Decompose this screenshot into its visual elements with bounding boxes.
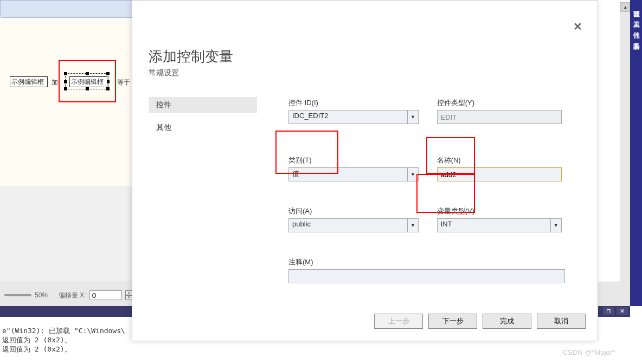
- dialog-subtitle: 常规设置: [149, 68, 179, 78]
- close-button[interactable]: ✕: [573, 20, 582, 33]
- label-access: 访问(A): [288, 206, 419, 216]
- chevron-down-icon[interactable]: ▼: [408, 110, 419, 124]
- offset-x-label: 偏移量 X:: [59, 291, 86, 300]
- edit-control-2[interactable]: 示例编辑框: [69, 76, 107, 87]
- nav-tab-control[interactable]: 控件: [149, 97, 257, 113]
- finish-button[interactable]: 完成: [483, 314, 531, 329]
- zoom-controls: 50% 偏移量 X: ▲ ▼: [0, 290, 133, 300]
- var-type-combo[interactable]: INT ▼: [437, 218, 562, 232]
- prev-button: 上一步: [374, 314, 423, 329]
- chevron-down-icon[interactable]: ▼: [551, 218, 562, 232]
- equals-label: 等于: [117, 78, 130, 87]
- tab-toolbox[interactable]: 工具箱: [630, 11, 642, 22]
- cancel-button[interactable]: 取消: [537, 314, 586, 329]
- category-value: 值: [288, 167, 408, 181]
- watermark: CSDN @*Major*: [563, 348, 615, 356]
- offset-x-input[interactable]: [89, 290, 122, 300]
- edit-control-1[interactable]: 示例编辑框: [10, 76, 48, 87]
- panel-pin-icon[interactable]: ⊓: [603, 307, 614, 315]
- zoom-slider[interactable]: [4, 294, 31, 296]
- outer-scrollbar[interactable]: ▴ ▾: [620, 2, 630, 303]
- dialog-title: 添加控制变量: [149, 47, 233, 66]
- zoom-percent: 50%: [35, 291, 48, 299]
- tab-properties[interactable]: 属性: [630, 22, 642, 32]
- add-control-variable-dialog: ✕ 添加控制变量 常规设置 控件 其他 控件 ID(I) IDC_EDIT2 ▼…: [132, 0, 598, 341]
- label-comment: 注释(M): [288, 257, 565, 267]
- access-combo[interactable]: public ▼: [288, 218, 419, 232]
- access-value: public: [288, 218, 408, 232]
- chevron-down-icon[interactable]: ▼: [408, 167, 419, 181]
- tab-diagnostics[interactable]: 诊断工具: [630, 32, 642, 43]
- comment-field[interactable]: [288, 269, 565, 283]
- chevron-down-icon[interactable]: ▼: [408, 218, 419, 232]
- scroll-up-button[interactable]: ▴: [620, 2, 630, 12]
- control-id-combo[interactable]: IDC_EDIT2 ▼: [288, 110, 419, 124]
- var-type-value: INT: [437, 218, 551, 232]
- label-var-type: 变量类型(V): [437, 206, 562, 216]
- plus-label: 加: [52, 78, 58, 87]
- name-field[interactable]: [437, 167, 562, 181]
- control-id-value: IDC_EDIT2: [288, 110, 408, 124]
- label-name: 名称(N): [437, 155, 562, 165]
- dialog-buttons: 上一步 下一步 完成 取消: [374, 314, 586, 329]
- tab-resource-manager[interactable]: 源管理器: [630, 0, 642, 11]
- control-type-field: [437, 110, 562, 124]
- console-line: 返回值为 2 (0x2)。: [2, 344, 628, 354]
- category-combo[interactable]: 值 ▼: [288, 167, 419, 181]
- dialog-nav: 控件 其他: [149, 97, 257, 136]
- label-control-type: 控件类型(Y): [437, 98, 562, 108]
- label-category: 类别(T): [288, 155, 419, 165]
- nav-tab-other[interactable]: 其他: [149, 120, 257, 136]
- side-panel-strip: 源管理器 工具箱 属性 诊断工具: [630, 0, 642, 306]
- form-area: 控件 ID(I) IDC_EDIT2 ▼ 控件类型(Y) 类别(T) 值 ▼ 名…: [288, 98, 581, 298]
- next-button[interactable]: 下一步: [428, 314, 477, 329]
- panel-close-icon[interactable]: ✕: [617, 307, 628, 315]
- label-control-id: 控件 ID(I): [288, 98, 419, 108]
- dialog-body-preview: 示例编辑框 加 示例编辑框 等于: [0, 18, 133, 186]
